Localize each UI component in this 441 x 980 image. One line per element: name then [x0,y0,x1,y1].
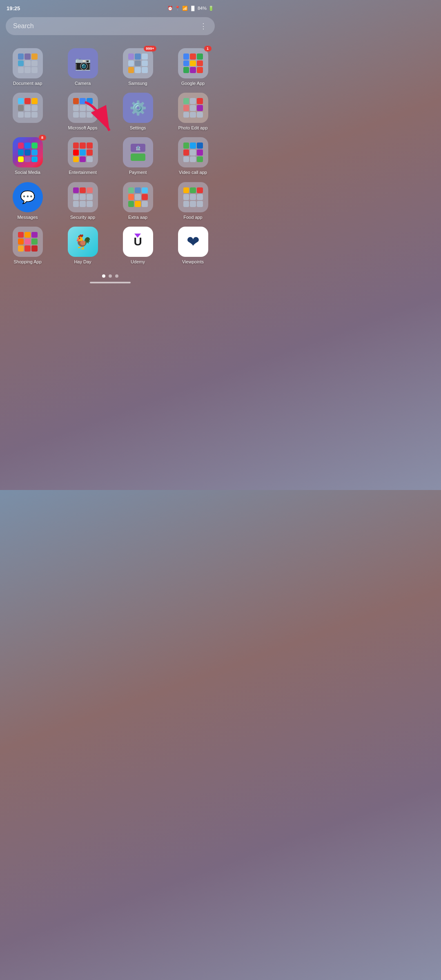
app-icon-microsoft [68,93,98,123]
app-item-videocall[interactable]: Video call app [165,133,220,178]
app-icon-social: 8 [13,137,43,167]
app-label-camera: Camera [75,81,91,86]
battery-text: 84% [198,6,207,11]
app-icon-video-call [178,137,208,167]
app-item-samsung[interactable]: 999+ Samsung [110,44,165,89]
home-indicator[interactable] [90,282,131,283]
app-icon-shopping [13,227,43,257]
page-dot-3[interactable] [115,274,118,278]
search-options-icon[interactable]: ⋮ [200,22,207,31]
app-label-microsoft: Microsoft Apps [68,125,97,131]
app-label-payment: Payment [129,170,147,175]
social-badge: 8 [39,135,46,140]
app-item-misc[interactable] [0,89,55,133]
samsung-badge: 999+ [144,46,156,51]
app-label-document: Document aap [13,81,42,86]
app-icon-google: 1 [178,48,208,78]
app-item-extra[interactable]: Extra aap [110,178,165,223]
app-item-photo-edit[interactable]: Photo Edit app [165,89,220,133]
status-bar: 19:25 ⏰ 📍 📶 ▐▌ 84% 🔋 [0,0,220,15]
battery-icon: 🔋 [208,6,214,11]
app-label-udemy: Udemy [131,259,145,265]
status-right: ⏰ 📍 📶 ▐▌ 84% 🔋 [167,6,214,11]
app-item-hayday[interactable]: 🐓 Hay Day [55,223,110,267]
search-placeholder: Search [13,22,34,30]
app-label-entertainment: Entertainment [69,170,96,175]
page-indicator [0,270,220,280]
app-item-microsoft[interactable]: Microsoft Apps [55,89,110,133]
app-icon-entertainment [68,137,98,167]
app-label-viewpoints: Viewpoints [182,259,204,265]
app-item-viewpoints[interactable]: ❤ Viewpoints [165,223,220,267]
app-label-messages: Messages [17,215,38,220]
app-label-samsung: Samsung [128,81,147,86]
app-icon-payment: 🏦 [123,137,153,167]
app-label-security: Security app [70,215,95,220]
app-label-settings: Settings [130,125,146,131]
alarm-icon: ⏰ [167,6,173,11]
app-icon-misc [13,93,43,123]
status-time: 19:25 [7,5,20,11]
app-item-social[interactable]: 8 Social Media [0,133,55,178]
app-icon-settings: ⚙️ [123,93,153,123]
app-label-photo-edit: Photo Edit app [178,125,207,131]
app-item-payment[interactable]: 🏦 Payment [110,133,165,178]
app-label-video-call: Video call app [179,170,207,175]
app-icon-camera: 📷 [68,48,98,78]
search-bar[interactable]: Search ⋮ [6,17,215,35]
app-label-social: Social Media [15,170,40,175]
app-item-shopping[interactable]: Shopping App [0,223,55,267]
app-icon-samsung: 999+ [123,48,153,78]
app-item-messages[interactable]: 💬 Messages [0,178,55,223]
app-item-entertainment[interactable]: Entertainment [55,133,110,178]
app-item-udemy[interactable]: U Udemy [110,223,165,267]
app-label-hayday: Hay Day [74,259,91,265]
app-item-document[interactable]: Document aap [0,44,55,89]
signal-icon: ▐▌ [189,6,196,11]
app-label-food: Food app [183,215,202,220]
app-grid: Document aap 📷 Camera 999+ Samsung [0,41,220,270]
app-item-google[interactable]: 1 Google App [165,44,220,89]
app-icon-udemy: U [123,227,153,257]
app-label-extra: Extra aap [128,215,147,220]
wifi-icon: 📶 [182,6,188,11]
app-icon-photo-edit [178,93,208,123]
app-item-food[interactable]: Food app [165,178,220,223]
app-icon-security [68,182,98,212]
page-dot-1[interactable] [102,274,105,278]
google-badge: 1 [204,46,212,51]
page-dot-2[interactable] [109,274,112,278]
app-label-google: Google App [181,81,205,86]
app-icon-viewpoints: ❤ [178,227,208,257]
app-icon-document [13,48,43,78]
app-item-security[interactable]: Security app [55,178,110,223]
app-icon-messages: 💬 [13,182,43,212]
app-item-camera[interactable]: 📷 Camera [55,44,110,89]
app-item-settings[interactable]: ⚙️ Settings [110,89,165,133]
app-icon-food [178,182,208,212]
app-icon-hayday: 🐓 [68,227,98,257]
app-icon-extra [123,182,153,212]
location-icon: 📍 [175,6,180,11]
app-label-shopping: Shopping App [13,259,42,265]
